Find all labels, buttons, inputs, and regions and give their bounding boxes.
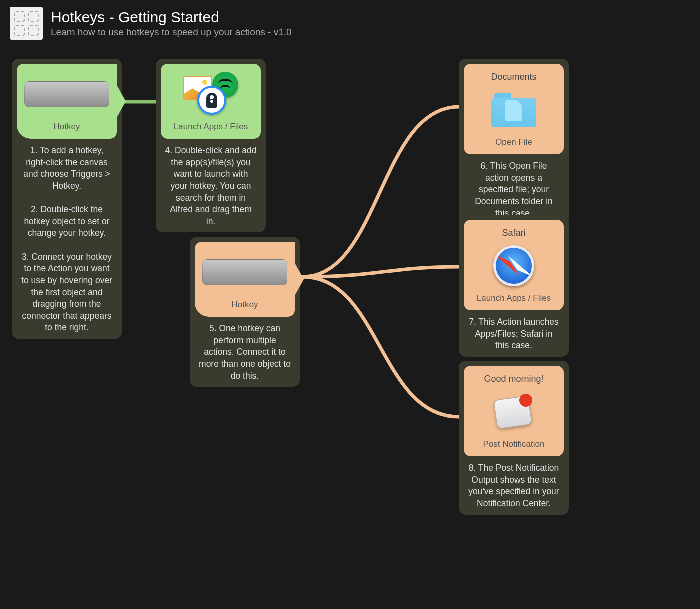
- node-note: 6. This Open File action opens a specifi…: [464, 160, 564, 220]
- hotkey-trigger-block[interactable]: Hotkey 1. To add a hotkey, right-click t…: [12, 59, 122, 339]
- node-title: Good morning!: [470, 374, 558, 384]
- node-note: 5. One hotkey can perform multiple actio…: [195, 323, 295, 382]
- open-file-block[interactable]: Documents Open File 6. This Open File ac…: [459, 59, 569, 224]
- node-title: Documents: [470, 72, 558, 82]
- node-label: Launch Apps / Files: [470, 294, 558, 304]
- hotkey-key-slot[interactable]: [24, 82, 110, 108]
- node-label: Launch Apps / Files: [167, 122, 255, 132]
- node-note: 1. To add a hotkey, right-click the canv…: [17, 145, 117, 334]
- workflow-icon: [10, 7, 43, 40]
- hotkey-key-slot[interactable]: [202, 260, 288, 286]
- node-note: 7. This Action launches Apps/Files; Safa…: [464, 316, 564, 352]
- node-label: Hotkey: [23, 122, 111, 132]
- safari-icon: [494, 246, 534, 286]
- workflow-subtitle: Learn how to use hotkeys to speed up you…: [51, 27, 292, 38]
- folder-icon: [492, 92, 536, 128]
- launch-safari-block[interactable]: Safari Launch Apps / Files 7. This Actio…: [459, 215, 569, 357]
- workflow-canvas[interactable]: Hotkey 1. To add a hotkey, right-click t…: [0, 47, 700, 597]
- post-notification-block[interactable]: Good morning! Post Notification 8. The P…: [459, 361, 569, 515]
- workflow-title: Hotkeys - Getting Started: [51, 9, 292, 26]
- node-label: Hotkey: [201, 300, 289, 310]
- node-label: Post Notification: [470, 440, 558, 450]
- node-note: 4. Double-click and add the app(s)/file(…: [161, 145, 261, 228]
- apps-icon-cluster: [184, 72, 238, 117]
- workflow-header: Hotkeys - Getting Started Learn how to u…: [0, 0, 700, 47]
- node-title: Safari: [470, 228, 558, 238]
- hotkey-trigger-block-2[interactable]: Hotkey 5. One hotkey can perform multipl…: [190, 237, 300, 387]
- node-note: 8. The Post Notification Output shows th…: [464, 462, 564, 510]
- notification-icon: [494, 394, 534, 430]
- launch-apps-block[interactable]: Launch Apps / Files 4. Double-click and …: [156, 59, 266, 232]
- onepassword-icon: [198, 86, 226, 115]
- node-label: Open File: [470, 138, 558, 148]
